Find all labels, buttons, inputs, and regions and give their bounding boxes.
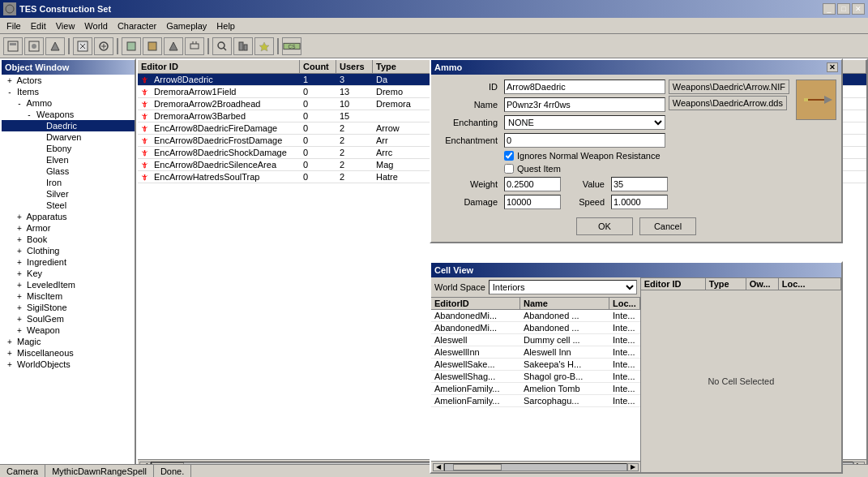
tree-item-silver[interactable]: Silver (2, 188, 135, 200)
toolbar-btn-2[interactable] (24, 37, 44, 55)
tree-item-apparatus[interactable]: + Apparatus (2, 211, 135, 222)
close-button[interactable]: ✕ (852, 3, 865, 15)
menu-help[interactable]: Help (212, 19, 240, 32)
toolbar-btn-11[interactable] (233, 37, 253, 55)
tree-item-misc-item[interactable]: + MiscItem (2, 290, 135, 302)
tree-item-items[interactable]: - Items (2, 86, 135, 97)
tree-view[interactable]: + Actors - Items - Ammo - Weapons Daedri… (2, 75, 135, 471)
toolbar-btn-12[interactable] (254, 37, 274, 55)
cell-row[interactable]: AbandonedMi... Abandoned ... Inte... (431, 310, 640, 322)
cell-loc: Inte... (609, 371, 640, 382)
name-input[interactable] (504, 97, 665, 112)
cell-scrollbar-track[interactable] (444, 463, 627, 471)
toolbar-separator-4 (277, 38, 279, 54)
row-icon: 🗡 (138, 98, 151, 110)
cell-editor-id: DremoraArrow2Broadhead (151, 98, 300, 110)
tree-item-weapon[interactable]: + Weapon (2, 324, 135, 336)
tree-item-clothing[interactable]: + Clothing (2, 245, 135, 256)
worldspace-select[interactable]: Interiors (489, 280, 637, 294)
toolbar-btn-8[interactable] (164, 37, 183, 55)
title-buttons: _ □ ✕ (823, 3, 865, 15)
cell-row[interactable]: AleswellShag... Shagol gro-B... Inte... (431, 371, 640, 383)
weight-input[interactable] (504, 177, 561, 191)
cancel-button[interactable]: Cancel (639, 217, 696, 235)
cell-row[interactable]: AleswellInn Aleswell Inn Inte... (431, 346, 640, 359)
toolbar-btn-1[interactable] (3, 37, 23, 55)
tree-item-ammo[interactable]: - Ammo (2, 97, 135, 109)
tree-item-armor[interactable]: + Armor (2, 222, 135, 234)
menu-view[interactable]: View (51, 19, 80, 32)
cell-row[interactable]: AmelionFamily... Amelion Tomb Inte... (431, 383, 640, 395)
tree-item-ingredient[interactable]: + Ingredient (2, 256, 135, 268)
tree-item-magic[interactable]: + Magic (2, 336, 135, 347)
expand-ingredient: + (15, 258, 24, 267)
cell-count: 0 (300, 110, 336, 122)
enchantment-input[interactable] (504, 133, 665, 148)
name-row: Name (436, 97, 665, 112)
cell-scrollbar[interactable]: ◀ ▶ (431, 461, 640, 472)
toolbar-btn-6[interactable] (122, 37, 141, 55)
menu-world[interactable]: World (79, 19, 113, 32)
cell-editor-id: DremoraArrow3Barbed (151, 110, 300, 122)
col-users[interactable]: Users (336, 60, 373, 73)
cell-loc: Inte... (609, 346, 640, 358)
tree-item-dwarven[interactable]: Dwarven (2, 131, 135, 143)
tree-item-actors[interactable]: + Actors (2, 75, 135, 86)
tree-item-miscellaneous[interactable]: + Miscellaneous (2, 347, 135, 359)
tree-item-sigil-stone[interactable]: + SigilStone (2, 302, 135, 313)
col-editor-id[interactable]: Editor ID (138, 60, 300, 73)
menu-file[interactable]: File (2, 19, 26, 32)
value-input[interactable] (611, 177, 668, 191)
nif-path-button[interactable]: Weapons\Daedric\Arrow.NIF (669, 80, 789, 94)
tree-item-elven[interactable]: Elven (2, 154, 135, 165)
toolbar-btn-5[interactable] (94, 37, 113, 55)
tree-item-weapons[interactable]: - Weapons (2, 109, 135, 120)
menu-bar: File Edit View World Character Gameplay … (0, 18, 868, 34)
dds-path-button[interactable]: Weapons\DaedricArrow.dds (669, 96, 787, 110)
col-count[interactable]: Count (300, 60, 336, 73)
cell-name: Abandoned ... (520, 310, 609, 321)
cell-row[interactable]: AmelionFamily... Sarcophagu... Inte... (431, 395, 640, 407)
ok-button[interactable]: OK (576, 217, 633, 235)
minimize-button[interactable]: _ (823, 3, 836, 15)
toolbar-btn-13[interactable]: CS (282, 37, 301, 55)
maximize-button[interactable]: □ (837, 3, 850, 15)
svg-line-18 (224, 48, 226, 50)
tree-item-steel[interactable]: Steel (2, 200, 135, 211)
tree-item-key[interactable]: + Key (2, 268, 135, 279)
cell-row[interactable]: AbandonedMi... Abandoned ... Inte... (431, 322, 640, 334)
quest-item-row: Quest Item (436, 164, 836, 174)
toolbar-btn-7[interactable] (143, 37, 162, 55)
quest-item-checkbox[interactable] (504, 164, 514, 174)
id-input[interactable] (504, 80, 665, 94)
tree-item-daedric[interactable]: Daedric (2, 120, 135, 131)
cell-row[interactable]: Aleswell Dummy cell ... Inte... (431, 334, 640, 346)
object-window-title: Object Window (2, 60, 135, 75)
tree-item-ebony[interactable]: Ebony (2, 143, 135, 154)
toolbar-btn-3[interactable] (45, 37, 65, 55)
cell-row[interactable]: AleswellSake... Sakeepa's H... Inte... (431, 359, 640, 371)
ammo-dialog-close[interactable]: ✕ (827, 62, 838, 72)
enchanting-select[interactable]: NONE (504, 115, 665, 130)
expand-iron (34, 178, 44, 187)
tree-item-soul-gem[interactable]: + SoulGem (2, 313, 135, 324)
speed-input[interactable] (611, 195, 668, 209)
menu-edit[interactable]: Edit (26, 19, 51, 32)
toolbar-btn-9[interactable] (185, 37, 204, 55)
cell-scroll-right[interactable]: ▶ (627, 463, 639, 471)
toolbar-btn-4[interactable] (73, 37, 92, 55)
damage-input[interactable] (504, 195, 561, 209)
tree-item-book[interactable]: + Book (2, 234, 135, 245)
tree-item-iron[interactable]: Iron (2, 177, 135, 188)
tree-item-glass[interactable]: Glass (2, 165, 135, 177)
tree-item-world-objects[interactable]: + WorldObjects (2, 359, 135, 370)
ignores-normal-checkbox[interactable] (504, 151, 514, 161)
cell-scrollbar-thumb[interactable] (453, 464, 502, 471)
tree-item-leveled-item[interactable]: + LeveledItem (2, 279, 135, 290)
cell-scroll-left[interactable]: ◀ (433, 463, 444, 471)
cell-body[interactable]: AbandonedMi... Abandoned ... Inte... Aba… (431, 310, 640, 461)
col-right-type: Type (706, 278, 746, 290)
toolbar-btn-10[interactable] (212, 37, 232, 55)
menu-character[interactable]: Character (113, 19, 161, 32)
menu-gameplay[interactable]: Gameplay (161, 19, 212, 32)
